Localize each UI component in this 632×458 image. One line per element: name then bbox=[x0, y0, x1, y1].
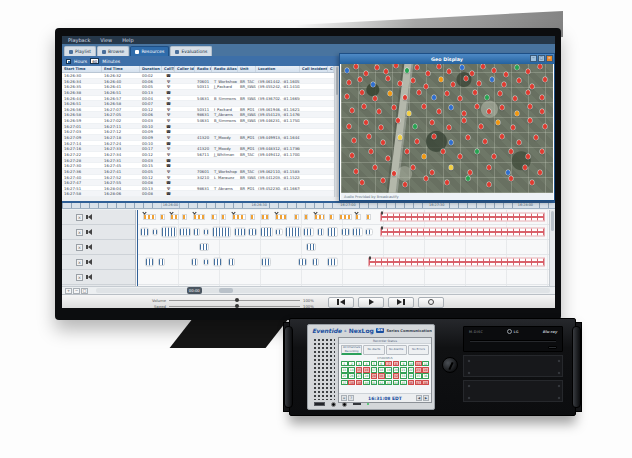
track-lane-5[interactable] bbox=[137, 270, 549, 285]
close-icon[interactable]: × bbox=[546, 55, 553, 62]
map-pin[interactable] bbox=[543, 77, 547, 82]
remove-track-button[interactable]: × bbox=[76, 259, 83, 266]
map-pin[interactable] bbox=[517, 78, 521, 83]
channel-cell[interactable]: 46 bbox=[408, 380, 415, 385]
map-pin[interactable] bbox=[483, 139, 487, 144]
map-pin[interactable] bbox=[445, 180, 449, 185]
map-pin[interactable] bbox=[350, 108, 354, 113]
map-pin[interactable] bbox=[432, 95, 436, 100]
map-pin[interactable] bbox=[509, 149, 513, 154]
channel-cell[interactable]: 23 bbox=[415, 367, 422, 372]
audio-segment[interactable] bbox=[261, 258, 272, 267]
map-pin[interactable] bbox=[513, 96, 517, 101]
audio-segment[interactable] bbox=[365, 229, 372, 236]
channel-cell[interactable]: 2 bbox=[348, 361, 355, 366]
map-pin[interactable] bbox=[407, 111, 411, 116]
channel-cell[interactable]: 24 bbox=[422, 367, 429, 372]
channel-cell[interactable]: 48 bbox=[422, 380, 429, 385]
skip-forward-button[interactable] bbox=[388, 297, 414, 308]
audio-segment[interactable] bbox=[317, 228, 324, 236]
map-pin[interactable] bbox=[396, 118, 400, 123]
audio-segment[interactable] bbox=[248, 228, 257, 236]
rack-handle-right[interactable] bbox=[572, 326, 581, 408]
menu-help[interactable]: Help bbox=[122, 36, 133, 44]
audio-segment[interactable] bbox=[145, 258, 154, 267]
map-title-bar[interactable]: Geo Display − □ × bbox=[340, 54, 554, 64]
channel-cell[interactable]: 36 bbox=[422, 373, 429, 378]
track-lanes[interactable] bbox=[137, 210, 549, 286]
map-pin[interactable] bbox=[534, 135, 538, 140]
audio-segment[interactable] bbox=[193, 228, 200, 236]
audio-segment[interactable] bbox=[285, 227, 301, 238]
audio-segment[interactable] bbox=[352, 228, 363, 237]
audio-segment[interactable] bbox=[327, 227, 339, 237]
audio-segment[interactable] bbox=[158, 258, 165, 266]
map-pin[interactable] bbox=[528, 104, 532, 109]
map-pin[interactable] bbox=[358, 77, 362, 82]
channel-cell[interactable]: 22 bbox=[408, 367, 415, 372]
map-pin[interactable] bbox=[468, 170, 472, 175]
channel-cell[interactable]: 39 bbox=[356, 380, 363, 385]
loop-button[interactable] bbox=[418, 297, 444, 308]
map-pin[interactable] bbox=[492, 154, 496, 159]
mic-jack[interactable] bbox=[342, 402, 347, 407]
minutes-input[interactable]: 60 bbox=[90, 58, 99, 64]
map-pin[interactable] bbox=[515, 65, 519, 70]
map-pin[interactable] bbox=[500, 134, 504, 139]
map-pin[interactable] bbox=[430, 170, 434, 175]
map-pin[interactable] bbox=[375, 65, 379, 70]
map-pin[interactable] bbox=[424, 84, 428, 89]
audio-segment[interactable] bbox=[312, 258, 319, 266]
column-header[interactable]: Radio Id bbox=[195, 66, 212, 72]
map-pin[interactable] bbox=[439, 77, 443, 82]
timeline-zoom-button[interactable]: □ bbox=[81, 288, 88, 294]
channel-cell[interactable]: 45 bbox=[400, 380, 407, 385]
channel-cell[interactable]: 20 bbox=[393, 367, 400, 372]
tab-browse[interactable]: Browse bbox=[97, 46, 129, 56]
channel-cell[interactable]: 15 bbox=[356, 367, 363, 372]
audio-segment[interactable] bbox=[260, 227, 273, 237]
map-pin[interactable] bbox=[470, 71, 474, 76]
rack-handle-left[interactable] bbox=[284, 326, 293, 408]
play-button[interactable] bbox=[358, 297, 384, 308]
map-pin[interactable] bbox=[347, 124, 351, 129]
map-pin[interactable] bbox=[432, 134, 436, 139]
map-pin[interactable] bbox=[362, 104, 366, 109]
audio-segment[interactable] bbox=[261, 214, 269, 220]
channel-cell[interactable]: 35 bbox=[415, 373, 422, 378]
map-pin[interactable] bbox=[345, 94, 349, 99]
channel-cell[interactable]: 26 bbox=[348, 373, 355, 378]
map-pin[interactable] bbox=[540, 109, 544, 114]
map-pin[interactable] bbox=[398, 135, 402, 140]
speaker-icon[interactable] bbox=[86, 259, 92, 265]
channel-cell[interactable]: 30 bbox=[378, 373, 385, 378]
speaker-icon[interactable] bbox=[86, 274, 92, 280]
channel-cell[interactable]: 21 bbox=[400, 367, 407, 372]
map-pin[interactable] bbox=[430, 120, 434, 125]
tab-evaluations[interactable]: Evaluations bbox=[170, 46, 212, 56]
map-pin[interactable] bbox=[485, 95, 489, 100]
track-lane-2[interactable] bbox=[137, 225, 549, 240]
audio-segment[interactable] bbox=[380, 228, 545, 237]
column-header[interactable]: Start Time bbox=[62, 66, 102, 72]
audio-segment[interactable] bbox=[212, 227, 231, 238]
timeline-zoom-button[interactable]: − bbox=[73, 288, 80, 294]
channel-cell[interactable]: 43 bbox=[385, 380, 392, 385]
map-pin[interactable] bbox=[449, 140, 453, 145]
map-pin[interactable] bbox=[437, 64, 441, 69]
map-pin[interactable] bbox=[458, 154, 462, 159]
map-pin[interactable] bbox=[392, 171, 396, 176]
map-pin[interactable] bbox=[405, 68, 409, 73]
map-pin[interactable] bbox=[449, 165, 453, 170]
map-pin[interactable] bbox=[526, 154, 530, 159]
audio-segment[interactable] bbox=[203, 229, 209, 236]
playhead[interactable] bbox=[137, 210, 138, 286]
channel-cell[interactable]: 3 bbox=[356, 361, 363, 366]
map-pin[interactable] bbox=[422, 104, 426, 109]
map-pin[interactable] bbox=[477, 81, 481, 86]
audio-segment[interactable] bbox=[380, 213, 545, 222]
channel-cell[interactable]: 10 bbox=[408, 361, 415, 366]
speaker-icon[interactable] bbox=[86, 229, 92, 235]
map-pin[interactable] bbox=[345, 68, 349, 73]
audio-segment[interactable] bbox=[193, 214, 205, 220]
